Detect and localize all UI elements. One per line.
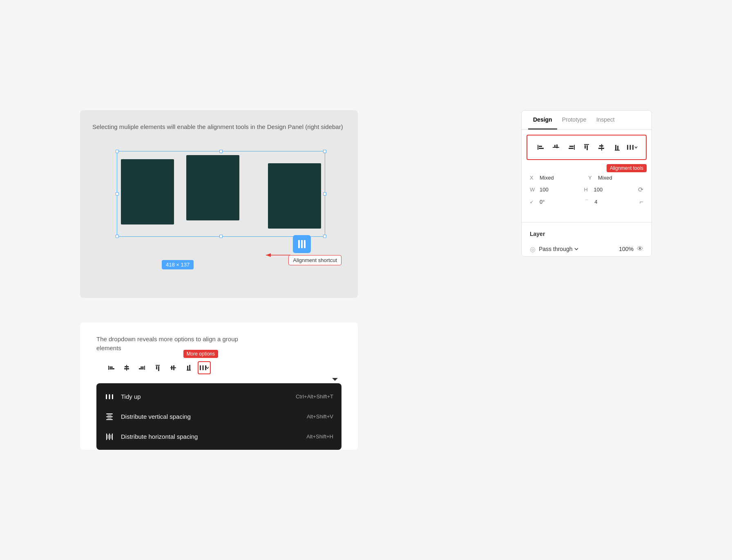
x-value[interactable]: Mixed — [540, 175, 585, 181]
w-value[interactable]: 100 — [540, 187, 581, 193]
svg-rect-50 — [599, 145, 603, 147]
w-label: W — [530, 187, 536, 193]
svg-rect-56 — [630, 145, 631, 150]
svg-rect-21 — [203, 365, 204, 370]
handle-ml — [116, 192, 119, 196]
svg-rect-26 — [112, 394, 113, 399]
svg-rect-6 — [125, 366, 129, 367]
distribute-horizontal-item[interactable]: Distribute horizontal spacing Alt+Shift+… — [96, 427, 341, 447]
arrow — [262, 247, 295, 263]
align-right-sidebar-btn[interactable] — [565, 140, 578, 154]
align-right-btn[interactable] — [136, 361, 149, 374]
dropdown-caret — [332, 378, 338, 382]
tidy-up-sidebar-btn[interactable] — [626, 140, 639, 154]
tidy-up-icon — [105, 392, 114, 401]
svg-rect-34 — [112, 433, 113, 440]
svg-rect-13 — [158, 366, 159, 371]
distribute-horizontal-label: Distribute horizontal spacing — [121, 433, 198, 440]
dark-rect-2 — [186, 155, 239, 220]
svg-rect-11 — [156, 365, 160, 366]
svg-rect-45 — [569, 148, 574, 149]
dark-rect-1 — [121, 159, 174, 224]
angle-corner-row: ↙ 0° ⌒ 4 ⌐ — [530, 198, 643, 206]
h-value[interactable]: 100 — [594, 187, 635, 193]
svg-rect-42 — [556, 144, 558, 148]
align-left-sidebar-btn[interactable] — [534, 140, 547, 154]
svg-rect-53 — [615, 145, 616, 150]
bar-3 — [304, 240, 306, 248]
xy-row: X Mixed Y Mixed — [530, 175, 643, 181]
handle-tl — [116, 150, 119, 153]
svg-rect-33 — [109, 433, 110, 440]
svg-rect-17 — [187, 370, 191, 371]
svg-rect-44 — [569, 146, 574, 147]
blend-mode-value: Pass through — [539, 246, 573, 252]
svg-rect-31 — [107, 418, 112, 419]
align-center-h-sidebar-btn[interactable] — [595, 140, 609, 154]
svg-rect-3 — [109, 367, 113, 368]
tab-prototype[interactable]: Prototype — [557, 111, 591, 129]
divider-1 — [522, 222, 652, 222]
svg-rect-38 — [539, 146, 542, 147]
align-bottom-sidebar-btn[interactable] — [610, 140, 624, 154]
align-top-btn[interactable] — [151, 361, 164, 374]
align-bottom-btn[interactable] — [182, 361, 195, 374]
tab-design[interactable]: Design — [528, 111, 557, 129]
svg-rect-24 — [106, 394, 107, 399]
svg-rect-37 — [538, 145, 538, 150]
svg-rect-4 — [109, 368, 114, 369]
svg-rect-9 — [141, 367, 144, 368]
visibility-icon[interactable]: 👁 — [637, 245, 643, 253]
constrain-icon[interactable]: ⟳ — [638, 186, 643, 193]
svg-rect-40 — [553, 147, 559, 148]
blend-mode-dropdown[interactable]: Pass through — [539, 246, 578, 252]
align-left-btn[interactable] — [105, 361, 118, 374]
opacity-value[interactable]: 100% — [619, 246, 634, 252]
distribute-vertical-shortcut: Alt+Shift+V — [307, 413, 333, 420]
x-label: X — [530, 175, 536, 181]
svg-marker-23 — [332, 378, 338, 381]
y-value[interactable]: Mixed — [598, 175, 643, 181]
svg-rect-36 — [110, 435, 112, 439]
distribute-horizontal-icon — [105, 432, 114, 441]
sidebar-tabs: Design Prototype Inspect — [522, 111, 652, 130]
tidy-up-item[interactable]: Tidy up Ctrl+Alt+Shift+T — [96, 387, 341, 407]
tab-inspect[interactable]: Inspect — [591, 111, 620, 129]
svg-rect-16 — [173, 365, 174, 370]
tidy-up-label: Tidy up — [121, 393, 141, 400]
corner-value[interactable]: 4 — [594, 199, 636, 205]
size-label: 418 × 137 — [162, 260, 194, 269]
svg-rect-54 — [617, 146, 618, 150]
distribute-btn[interactable]: More options — [198, 361, 211, 374]
align-center-h-btn[interactable] — [120, 361, 133, 374]
svg-rect-55 — [627, 145, 628, 150]
svg-rect-18 — [187, 366, 188, 370]
svg-rect-39 — [539, 148, 544, 149]
distribute-horizontal-shortcut: Alt+Shift+H — [306, 433, 333, 440]
angle-value[interactable]: 0° — [540, 199, 581, 205]
align-tools-row — [534, 140, 639, 154]
align-center-v-btn[interactable] — [167, 361, 180, 374]
bar-1 — [298, 240, 300, 248]
svg-rect-48 — [587, 145, 588, 150]
align-center-v-sidebar-btn[interactable] — [549, 140, 562, 154]
svg-rect-15 — [171, 366, 172, 370]
dark-rect-3 — [268, 163, 321, 229]
svg-rect-7 — [124, 368, 129, 369]
align-shortcut-badge — [293, 235, 311, 253]
corner-icon[interactable]: ⌐ — [640, 198, 643, 206]
alignment-tools-section: Alignment tools — [527, 135, 647, 160]
handle-bl — [116, 235, 119, 238]
svg-rect-57 — [632, 145, 634, 150]
design-sidebar: Design Prototype Inspect — [521, 110, 652, 257]
svg-rect-2 — [108, 366, 109, 370]
bar-2 — [301, 240, 303, 248]
distribute-vertical-label: Distribute vertical spacing — [121, 413, 191, 420]
h-label: H — [584, 187, 591, 193]
wh-row: W 100 H 100 ⟳ — [530, 186, 643, 193]
align-top-sidebar-btn[interactable] — [580, 140, 593, 154]
distribute-vertical-item[interactable]: Distribute vertical spacing Alt+Shift+V — [96, 407, 341, 427]
y-label: Y — [588, 175, 595, 181]
svg-rect-41 — [554, 145, 556, 148]
layer-row: ◎ Pass through 100% 👁 — [522, 242, 652, 256]
